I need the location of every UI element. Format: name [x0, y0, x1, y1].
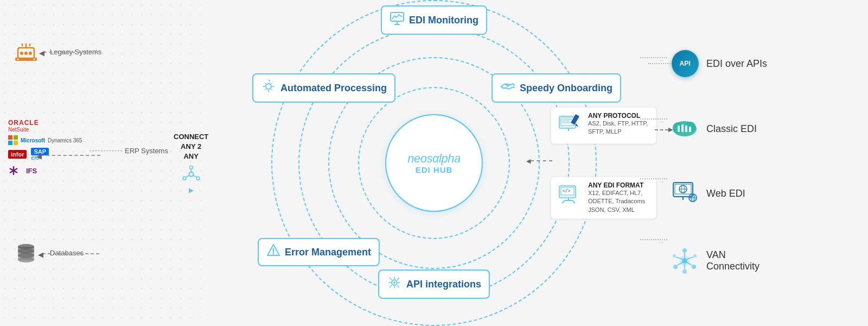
svg-point-25 [189, 166, 193, 169]
api-badge: API [672, 50, 699, 77]
connect-arrow-label: ▶ [174, 187, 208, 194]
edi-monitoring-label: EDI Monitoring [409, 15, 478, 26]
svg-point-27 [196, 177, 200, 180]
svg-rect-56 [678, 126, 680, 132]
legacy-arrow: ◀ [43, 52, 98, 53]
right-section: API EDI over APIs Classic EDI [665, 0, 860, 326]
gear-icon [261, 79, 276, 94]
warning-icon [266, 243, 280, 258]
any-edi-format-title: ANY EDI FORMAT [588, 181, 650, 189]
svg-point-24 [189, 172, 193, 176]
any-edi-format-block: </> ANY EDI FORMAT X12, EDIFACT, HL7, OD… [551, 177, 656, 219]
web-edi-label: Web EDI [706, 188, 745, 199]
ifs-text: IFS [26, 167, 37, 175]
svg-line-30 [193, 175, 196, 177]
svg-point-77 [673, 254, 676, 258]
speedy-onboarding-box: Speedy Onboarding [492, 73, 621, 103]
protocol-section: ANY PROTOCOL AS2, Disk, FTP, HTTP, SFTP,… [551, 107, 656, 219]
connect-line2: ANY 2 ANY [174, 142, 208, 161]
svg-text:</>: </> [563, 189, 571, 193]
legacy-dash-line: ◀ [43, 52, 98, 53]
ms-text: Microsoft [21, 137, 45, 143]
center-to-protocol-arrow: ◀ [526, 158, 552, 165]
legacy-icon [12, 38, 40, 65]
oracle-text: ORACLE [8, 120, 39, 127]
svg-point-73 [682, 248, 687, 253]
hub-title: EDI HUB [416, 165, 453, 174]
arrow-to-web-edi: → [659, 178, 665, 185]
netsuite-text: NetSuite [8, 127, 39, 133]
edi-format-icon: </> [557, 181, 584, 209]
left-section: Legacy Systems ◀ ORACLE NetSuite Microso… [0, 0, 206, 326]
arrow-to-van: → [659, 239, 665, 246]
svg-point-74 [673, 265, 678, 269]
hub-neos: neos [407, 151, 432, 165]
hub-alpha-text: lpha [439, 151, 461, 165]
erp-systems-group: ORACLE NetSuite Microsoft Dynamics 365 i… [8, 120, 82, 176]
svg-point-36 [273, 253, 275, 255]
svg-rect-57 [681, 124, 684, 132]
svg-line-52 [572, 200, 575, 203]
svg-point-8 [17, 59, 18, 60]
cloud-edi-icon [670, 117, 700, 141]
speedy-icon [500, 79, 515, 97]
any-protocol-block: ANY PROTOCOL AS2, Disk, FTP, HTTP, SFTP,… [551, 107, 656, 144]
database-icon [12, 239, 40, 266]
svg-point-5 [24, 52, 28, 55]
ms-icon [8, 135, 18, 145]
error-management-label: Error Management [285, 247, 371, 258]
network-icon [182, 165, 201, 184]
dynamics-text: Dynamics 365 [48, 137, 82, 143]
svg-rect-11 [14, 135, 18, 140]
svg-rect-10 [8, 135, 12, 140]
arrow-to-edi-api: → [659, 57, 665, 64]
svg-point-34 [266, 84, 271, 89]
hub-alpha: α [432, 151, 439, 165]
any-protocol-sub: AS2, Disk, FTP, HTTP, SFTP, MLLP [588, 120, 650, 136]
svg-point-76 [682, 269, 687, 274]
databases-group: Databases [8, 239, 84, 266]
db-arrow: ◀ [42, 253, 99, 254]
automated-processing-box: Automated Processing [252, 73, 395, 103]
ifs-logo: IFS [8, 165, 82, 176]
automated-icon [261, 79, 276, 97]
svg-point-9 [33, 59, 35, 60]
automated-processing-label: Automated Processing [280, 83, 387, 94]
infor-logo: infor [8, 150, 27, 159]
oracle-netsuite-logo: ORACLE NetSuite [8, 120, 82, 133]
web-edi-icon-area [670, 180, 700, 206]
db-dash-line: ◀ [42, 253, 99, 254]
monitor-icon [390, 11, 405, 26]
svg-point-26 [183, 177, 186, 180]
svg-point-78 [693, 254, 697, 258]
error-management-box: Error Management [258, 238, 380, 266]
van-icon [670, 246, 700, 276]
connect-any2any-label: CONNECT ANY 2 ANY ▶ [174, 132, 208, 194]
legacy-icon-area [8, 38, 43, 65]
svg-point-23 [18, 257, 34, 262]
van-connectivity-label: VAN Connectivity [706, 249, 760, 272]
svg-point-4 [20, 52, 23, 55]
ifs-icon [8, 165, 23, 176]
speedy-onboarding-label: Speedy Onboarding [520, 83, 612, 94]
classic-edi-icon [670, 117, 700, 141]
svg-point-6 [29, 52, 32, 55]
erp-dash-line2: ◀ [41, 155, 100, 156]
api-icon [387, 275, 402, 293]
edi-over-apis-label: EDI over APIs [706, 58, 767, 70]
erp-systems-label: ERP Systems [125, 147, 168, 155]
error-icon [266, 243, 280, 261]
api-integrations-label: API integrations [406, 279, 481, 290]
edi-monitoring-icon [390, 11, 405, 29]
classic-edi-label: Classic EDI [706, 123, 757, 135]
erp-label-area: ERP Systems [90, 147, 168, 155]
api-integrations-box: API integrations [378, 269, 490, 299]
hub-center: neosαlpha EDI HUB [387, 116, 482, 211]
svg-rect-59 [689, 127, 691, 132]
connect-line1: CONNECT [174, 132, 208, 142]
classic-edi-item: Classic EDI [670, 117, 854, 141]
erp-dash-line [90, 151, 122, 151]
web-edi-item: Web EDI [670, 180, 854, 206]
erp-arrow: ◀ [41, 155, 100, 156]
any-edi-format-sub: X12, EDIFACT, HL7, ODETTE, Tradacoms JSO… [588, 189, 650, 214]
